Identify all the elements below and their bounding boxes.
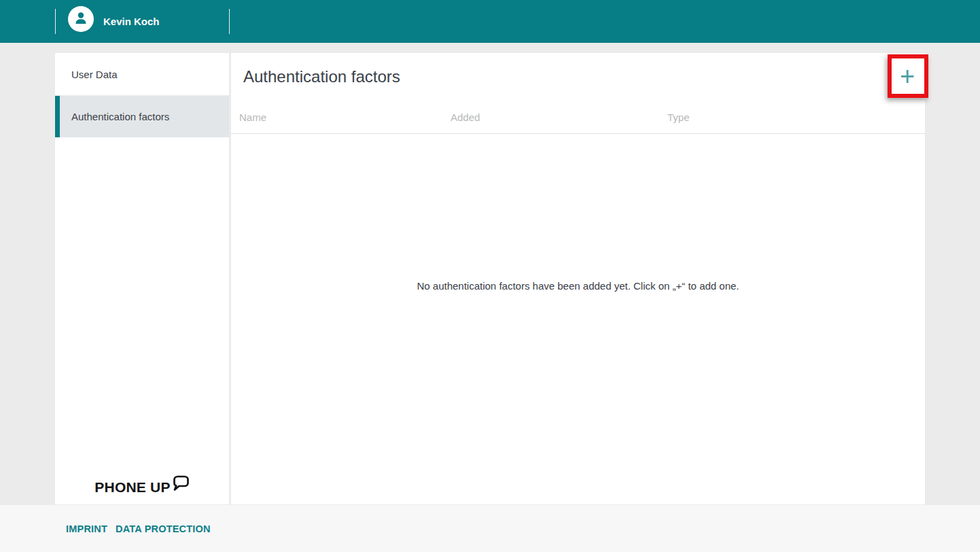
phoneup-logo: PHONE UP: [55, 479, 229, 496]
column-header-type: Type: [667, 101, 690, 134]
speech-bubble-icon: [172, 475, 190, 494]
avatar[interactable]: [68, 6, 94, 32]
add-authentication-factor-button[interactable]: +: [892, 61, 922, 91]
user-name: Kevin Koch: [103, 0, 160, 43]
sidebar-item-authentication-factors[interactable]: Authentication factors: [55, 96, 229, 137]
sidebar-item-user-data[interactable]: User Data: [55, 53, 229, 96]
main-content: Authentication factors + Name Added Type…: [231, 53, 925, 504]
column-header-added: Added: [451, 101, 480, 134]
table-header-row: Name Added Type: [231, 101, 925, 134]
empty-state-message: No authentication factors have been adde…: [231, 279, 925, 294]
sidebar-item-label: Authentication factors: [71, 111, 169, 122]
header-divider-left: [55, 9, 56, 34]
page-title: Authentication factors: [243, 66, 400, 88]
app-header: Kevin Koch: [0, 0, 980, 43]
app-footer: IMPRINT DATA PROTECTION: [0, 505, 980, 552]
logo-text: PHONE UP: [94, 479, 170, 496]
header-divider-right: [229, 9, 230, 34]
imprint-link[interactable]: IMPRINT: [66, 523, 107, 534]
column-header-name: Name: [239, 101, 266, 134]
sidebar-item-label: User Data: [71, 69, 118, 80]
data-protection-link[interactable]: DATA PROTECTION: [116, 523, 211, 534]
user-icon: [73, 10, 89, 29]
sidebar: User Data Authentication factors PHONE U…: [55, 53, 229, 504]
